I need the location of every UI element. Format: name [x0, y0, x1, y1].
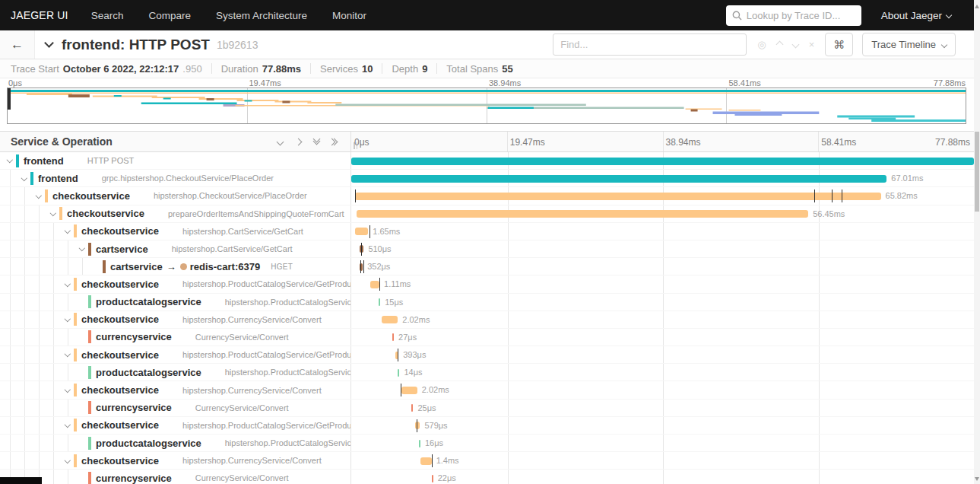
- peer-ref: [159, 387, 176, 393]
- find-input[interactable]: [553, 33, 747, 56]
- peer-ref: [159, 457, 176, 464]
- expand-chevron-icon[interactable]: [19, 176, 29, 182]
- span-duration-label: 352μs: [367, 258, 390, 275]
- collapse-trace-chevron-icon[interactable]: [44, 38, 54, 48]
- service-name: currencyservice: [96, 402, 172, 413]
- trace-header: ← frontend: HTTP POST 1b92613 ◎ × ⌘ Trac…: [0, 30, 974, 59]
- nav-item-search[interactable]: Search: [91, 10, 124, 21]
- span-row[interactable]: cartservice hipstershop.CartService/GetC…: [0, 240, 974, 258]
- minimap-canvas[interactable]: [7, 88, 966, 124]
- span-bar[interactable]: [432, 475, 433, 482]
- about-jaeger-menu[interactable]: About Jaeger: [881, 10, 951, 21]
- expand-one-icon[interactable]: [295, 138, 303, 145]
- clear-find-icon[interactable]: ×: [809, 39, 815, 50]
- expand-chevron-icon[interactable]: [62, 458, 72, 464]
- trace-minimap[interactable]: 0μs 19.47ms 38.94ms 58.41ms 77.88ms: [0, 78, 974, 124]
- back-button[interactable]: ←: [0, 30, 35, 59]
- trace-start-fraction: .950: [182, 63, 201, 75]
- expand-chevron-icon[interactable]: [62, 317, 72, 323]
- peer-color-dot: [138, 193, 144, 199]
- peer-ref: [64, 158, 81, 164]
- service-operation-header: Service & Operation: [11, 135, 113, 148]
- span-row[interactable]: currencyservice CurrencyService/Convert …: [0, 329, 974, 346]
- span-row[interactable]: checkoutservice prepareOrderItemsAndShip…: [0, 205, 974, 223]
- trace-id-lookup-input[interactable]: [726, 5, 861, 26]
- collapse-all-icon[interactable]: [314, 139, 319, 144]
- span-row[interactable]: currencyservice CurrencyService/Convert …: [0, 400, 974, 417]
- span-row[interactable]: productcatalogservice hipstershop.Produc…: [0, 294, 974, 311]
- span-row[interactable]: checkoutservice hipstershop.CheckoutServ…: [0, 187, 974, 205]
- span-bar[interactable]: [357, 210, 808, 218]
- scroll-up-arrow-icon[interactable]: [975, 5, 979, 8]
- expand-chevron-icon[interactable]: [62, 282, 72, 288]
- operation-name: hipstershop.ProductCatalogService/GetPro…: [225, 298, 351, 307]
- scrollbar-thumb[interactable]: [975, 132, 979, 212]
- expand-chevron-icon[interactable]: [77, 246, 87, 252]
- operation-name: hipstershop.ProductCatalogService/GetPro…: [225, 368, 351, 377]
- span-bar[interactable]: [351, 158, 974, 165]
- span-bar[interactable]: [370, 281, 379, 288]
- span-bar[interactable]: [355, 228, 368, 235]
- span-row[interactable]: cartservice → redis-cart:6379 HGET 352μs: [0, 258, 974, 275]
- span-row[interactable]: checkoutservice hipstershop.CurrencyServ…: [0, 452, 974, 470]
- operation-name: CurrencyService/Convert: [195, 333, 289, 342]
- span-row[interactable]: checkoutservice hipstershop.ProductCatal…: [0, 275, 974, 293]
- span-row[interactable]: frontend grpc.hipstershop.CheckoutServic…: [0, 170, 974, 187]
- nav-item-compare[interactable]: Compare: [149, 10, 192, 21]
- span-bar[interactable]: [419, 440, 420, 447]
- peer-ref: [172, 333, 189, 340]
- span-bar[interactable]: [379, 298, 380, 306]
- span-bar[interactable]: [420, 457, 432, 465]
- app-logo[interactable]: JAEGER UI: [11, 9, 68, 21]
- span-row[interactable]: productcatalogservice hipstershop.Produc…: [0, 435, 974, 452]
- span-bar[interactable]: [392, 333, 394, 341]
- keyboard-shortcuts-button[interactable]: ⌘: [825, 33, 853, 56]
- duration-value: 77.88ms: [262, 63, 301, 75]
- span-row[interactable]: checkoutservice hipstershop.CurrencyServ…: [0, 311, 974, 329]
- span-duration-label: 579μs: [424, 417, 447, 435]
- expand-chevron-icon[interactable]: [62, 228, 72, 234]
- span-row[interactable]: productcatalogservice hipstershop.Produc…: [0, 364, 974, 381]
- depth-label: Depth: [392, 63, 418, 75]
- expand-all-icon[interactable]: [332, 139, 337, 145]
- span-bar[interactable]: [351, 175, 886, 183]
- next-match-icon[interactable]: [791, 41, 799, 49]
- service-name: checkoutservice: [81, 314, 159, 325]
- span-row[interactable]: checkoutservice hipstershop.ProductCatal…: [0, 346, 974, 364]
- span-row[interactable]: frontend HTTP POST: [0, 152, 974, 170]
- collapse-one-icon[interactable]: [277, 138, 284, 145]
- peer-ref: [159, 281, 176, 288]
- span-duration-label: 56.45ms: [813, 205, 845, 223]
- expand-chevron-icon[interactable]: [33, 193, 43, 199]
- expand-chevron-icon[interactable]: [62, 387, 72, 393]
- total-spans-label: Total Spans: [446, 63, 498, 75]
- service-color-bar: [88, 401, 91, 414]
- peer-color-dot: [86, 175, 93, 182]
- span-row[interactable]: checkoutservice hipstershop.ProductCatal…: [0, 417, 974, 435]
- search-icon: [732, 10, 742, 24]
- expand-chevron-icon[interactable]: [62, 352, 72, 358]
- operation-name: hipstershop.CurrencyService/Convert: [182, 315, 322, 324]
- nav-item-monitor[interactable]: Monitor: [332, 10, 366, 21]
- expand-chevron-icon[interactable]: [5, 158, 14, 164]
- service-name: cartservice: [96, 244, 148, 255]
- minimap-drag-handle[interactable]: [8, 88, 11, 110]
- expand-chevron-icon[interactable]: [48, 211, 58, 217]
- trace-view-selector[interactable]: Trace Timeline: [862, 33, 956, 56]
- span-row[interactable]: currencyservice CurrencyService/Convert …: [0, 470, 974, 484]
- span-bar[interactable]: [398, 369, 399, 377]
- span-row[interactable]: checkoutservice hipstershop.CurrencyServ…: [0, 381, 974, 399]
- span-bar[interactable]: [411, 404, 413, 412]
- span-row[interactable]: checkoutservice hipstershop.CartService/…: [0, 223, 974, 240]
- scroll-down-arrow-icon[interactable]: [975, 477, 979, 481]
- match-target-icon[interactable]: ◎: [757, 39, 766, 50]
- nav-item-system-architecture[interactable]: System Architecture: [216, 10, 307, 21]
- expand-chevron-icon[interactable]: [62, 422, 72, 428]
- vertical-scrollbar[interactable]: [974, 0, 980, 484]
- command-icon: ⌘: [833, 38, 845, 52]
- span-bar[interactable]: [401, 387, 417, 394]
- span-bar[interactable]: [382, 316, 398, 323]
- span-bar[interactable]: [355, 193, 881, 200]
- prev-match-icon[interactable]: [775, 41, 783, 49]
- service-color-bar: [30, 172, 33, 185]
